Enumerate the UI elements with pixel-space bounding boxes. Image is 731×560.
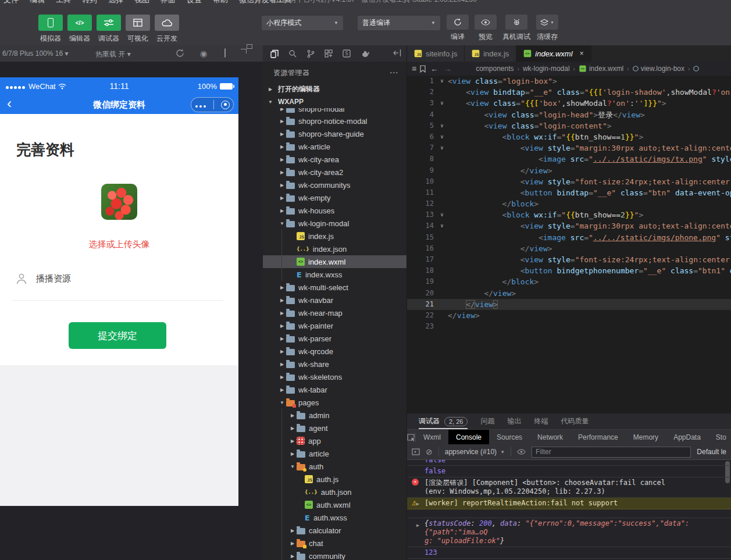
tree-section[interactable]: ▶打开的编辑器 <box>263 83 406 95</box>
more-actions-icon[interactable]: ⋯ <box>390 67 399 78</box>
storage-icon[interactable]: S <box>343 49 351 58</box>
simulator-button[interactable]: 模拟器 <box>38 15 63 44</box>
code-line[interactable]: 23 <box>407 321 731 332</box>
code-line[interactable]: 18<button bindgetphonenumber="__e" class… <box>407 265 731 276</box>
tree-item[interactable]: JSauth.js <box>263 473 406 486</box>
restart-icon[interactable] <box>176 49 184 58</box>
tab-terminal[interactable]: 终端 <box>534 413 548 429</box>
tab-siteinfo-js[interactable]: JS siteinfo.js <box>407 45 465 62</box>
visualize-button[interactable]: 可视化 <box>126 15 150 44</box>
code-line[interactable]: 15<image src="../../static/imgs/phone.pn… <box>407 232 731 243</box>
devtools-tab-network[interactable]: Network <box>530 430 570 444</box>
tree-item[interactable]: ▶app <box>263 434 406 447</box>
tree-item[interactable]: ▶wk-near-map <box>263 306 406 319</box>
fold-chevron-icon[interactable]: ∨ <box>436 98 448 109</box>
outline-icon[interactable]: ≡ <box>412 64 416 73</box>
devtools-tab-sto[interactable]: Sto <box>708 430 731 444</box>
tab-problems[interactable]: 问题 <box>480 413 494 429</box>
fold-chevron-icon[interactable]: ∨ <box>436 220 448 231</box>
tab-index-js[interactable]: JS index.js <box>465 45 516 62</box>
forward-arrow-icon[interactable]: → <box>444 65 451 73</box>
source-control-icon[interactable] <box>306 49 315 58</box>
code-editor[interactable]: 1∨<view class="login-box">2<view bindtap… <box>407 76 731 413</box>
devtools-tab-appdata[interactable]: AppData <box>666 430 708 444</box>
tree-item[interactable]: ▶community <box>263 550 406 560</box>
extensions-icon[interactable] <box>325 49 333 58</box>
tree-item[interactable]: ▶wk-multi-select <box>263 281 406 294</box>
code-line[interactable]: 16</view> <box>407 243 731 254</box>
preview-button[interactable]: 预览 <box>475 15 497 42</box>
more-icon[interactable] <box>195 99 207 110</box>
files-icon[interactable] <box>270 49 279 58</box>
remote-debug-button[interactable]: 真机调试 <box>502 15 530 42</box>
breadcrumb-item[interactable]: view.login-box <box>633 65 684 73</box>
tree-item[interactable]: <>auth.wxml <box>263 498 406 511</box>
tree-item[interactable]: ▶wk-houses <box>263 204 406 217</box>
tree-item[interactable]: ▶wk-article <box>263 140 406 153</box>
tree-item[interactable]: ▶wk-tabar <box>263 383 406 396</box>
console-row[interactable]: ⚠▶[worker] reportRealtimeAction:fail not… <box>407 498 731 509</box>
tree-item[interactable]: ▼wk-login-modal <box>263 217 406 230</box>
tree-item[interactable]: ▶calculator <box>263 524 406 537</box>
tree-item[interactable]: JSindex.js <box>263 230 406 242</box>
tab-debugger[interactable]: 调试器 2, 26 <box>419 413 468 429</box>
code-line[interactable]: 17<view style="font-size:24rpx;text-alig… <box>407 254 731 265</box>
tab-index-wxml[interactable]: <> index.wxml × <box>516 45 591 62</box>
mode-select[interactable]: 小程序模式▼ <box>262 16 343 30</box>
search-icon[interactable] <box>288 49 297 58</box>
phone-frame-icon[interactable] <box>224 49 226 57</box>
tree-root[interactable]: ▼WXAPP <box>263 95 406 108</box>
tree-item[interactable]: ▶article <box>263 447 406 460</box>
tree-item[interactable]: ▼pages <box>263 396 406 409</box>
compile-button[interactable]: 编译 <box>447 15 469 42</box>
tab-output[interactable]: 输出 <box>507 413 521 429</box>
code-line[interactable]: 14∨<view style="margin:30rpx auto;text-a… <box>407 220 731 231</box>
tree-item[interactable]: {..}index.json <box>263 242 406 255</box>
devtools-tab-memory[interactable]: Memory <box>626 430 666 444</box>
tree-item[interactable]: ▶shopro-notice-modal <box>263 115 406 127</box>
fold-chevron-icon[interactable]: ∨ <box>436 209 448 220</box>
code-line[interactable]: 8<image src="../../static/imgs/tx.png" s… <box>407 154 731 165</box>
nickname-row[interactable]: 播播资源 <box>15 272 71 285</box>
code-line[interactable]: 4<view class="login-head">登录</view> <box>407 109 731 120</box>
code-line[interactable]: 11<button bindtap="__e" class="btn" data… <box>407 187 731 198</box>
tree-item[interactable]: Ǝindex.wxss <box>263 268 406 281</box>
close-icon[interactable]: × <box>580 49 584 58</box>
code-line[interactable]: 6∨<block wx:if="{{btn_show==1}}"> <box>407 131 731 142</box>
code-line[interactable]: 10<view style="font-size:24rpx;text-alig… <box>407 176 731 187</box>
tree-item[interactable]: ▶wk-communitys <box>263 179 406 191</box>
tab-code-quality[interactable]: 代码质量 <box>561 413 589 429</box>
eye-icon[interactable] <box>517 449 526 455</box>
tree-item[interactable]: ▶chat <box>263 537 406 550</box>
devtools-tab-wxml[interactable]: Wxml <box>416 430 448 444</box>
devtools-tab-console[interactable]: Console <box>448 430 489 444</box>
tree-item[interactable]: ▼auth <box>263 460 406 473</box>
tree-item[interactable]: ▶wk-parser <box>263 332 406 345</box>
inspect-icon[interactable] <box>407 433 416 442</box>
tree-item[interactable]: <>index.wxml <box>263 255 406 268</box>
drawer-icon[interactable] <box>412 448 420 455</box>
breadcrumb-item[interactable]: <> index.wxml <box>579 65 623 73</box>
record-icon[interactable]: ◉ <box>200 49 207 58</box>
tree-item[interactable]: ▶wk-skeletons <box>263 370 406 383</box>
debugger-button[interactable]: 调试器 <box>97 15 121 44</box>
avatar[interactable] <box>101 184 137 220</box>
editor-button[interactable]: </> 编辑器 <box>67 15 92 44</box>
context-select[interactable]: appservice (#10)▼ <box>445 448 505 456</box>
fold-chevron-icon[interactable]: ∨ <box>436 142 448 154</box>
log-level-select[interactable]: Default le <box>697 448 726 456</box>
hot-reload-toggle[interactable]: 热重载 开 ▾ <box>95 49 131 59</box>
tree-item[interactable]: Ǝauth.wxss <box>263 511 406 524</box>
tree-item[interactable]: ▶wk-qrcode <box>263 345 406 358</box>
kettle-icon[interactable] <box>361 50 370 58</box>
tree-item[interactable]: ▶admin <box>263 409 406 422</box>
code-line[interactable]: 1∨<view class="login-box"> <box>407 76 731 87</box>
fold-chevron-icon[interactable]: ∨ <box>436 76 448 87</box>
devtools-tab-sources[interactable]: Sources <box>489 430 530 444</box>
tree-item[interactable]: ▶wk-painter <box>263 319 406 332</box>
fold-chevron-icon[interactable]: ∨ <box>436 131 448 142</box>
collapse-sidebar-icon[interactable] <box>393 49 402 57</box>
back-arrow-icon[interactable]: ← <box>430 65 438 73</box>
capsule-menu[interactable] <box>191 97 234 112</box>
console-row[interactable]: ▶{statusCode: 200, data: "{"errno":0,"me… <box>407 518 731 547</box>
